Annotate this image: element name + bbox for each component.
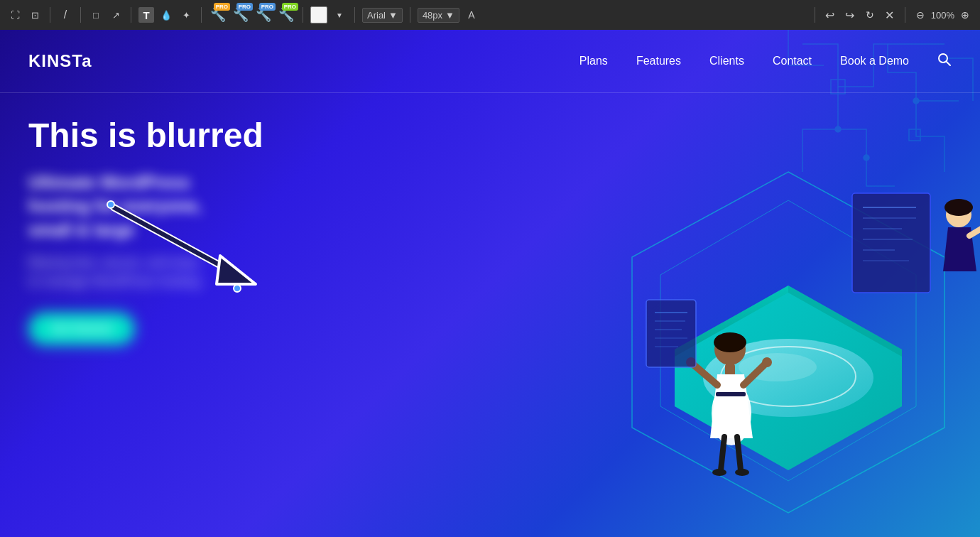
badge-tool-4[interactable]: 🔧 PRO bbox=[277, 6, 295, 24]
zoom-in-icon[interactable]: ⊕ bbox=[957, 7, 973, 23]
font-section: Arial ▼ 48px ▼ A bbox=[362, 7, 479, 23]
hero-cta-button[interactable]: Get Started bbox=[28, 313, 135, 345]
hero-illustration-svg bbox=[575, 87, 980, 527]
svg-point-5 bbox=[939, 54, 947, 63]
refresh-icon[interactable]: ↻ bbox=[862, 7, 878, 23]
website-area: KINSTa Plans Features Clients Contact Bo… bbox=[0, 30, 980, 537]
redo-button[interactable]: ↪ bbox=[842, 7, 858, 23]
pen-icon[interactable]: / bbox=[58, 7, 73, 23]
toolbar-divider-5 bbox=[303, 7, 303, 23]
font-size-arrow: ▼ bbox=[445, 10, 454, 21]
toolbar-divider-7 bbox=[410, 7, 410, 23]
svg-line-34 bbox=[721, 437, 724, 470]
swatch-arrow-icon[interactable]: ▼ bbox=[332, 7, 347, 23]
rectangle-icon[interactable]: □ bbox=[88, 7, 104, 23]
svg-point-33 bbox=[762, 357, 772, 367]
nav-contact[interactable]: Contact bbox=[773, 55, 812, 67]
crop-icon[interactable]: ⊡ bbox=[27, 7, 43, 23]
svg-rect-43 bbox=[646, 300, 696, 367]
hero-illustration bbox=[575, 87, 980, 527]
font-resize-icon[interactable]: A bbox=[464, 7, 479, 23]
expand-icon[interactable]: ⛶ bbox=[7, 7, 23, 23]
svg-point-27 bbox=[714, 332, 746, 352]
toolbar-divider-2 bbox=[80, 7, 81, 23]
arrow-svg bbox=[107, 200, 263, 293]
navigation: KINSTa Plans Features Clients Contact Bo… bbox=[0, 30, 980, 92]
svg-point-40 bbox=[944, 199, 973, 216]
toolbar-divider-1 bbox=[50, 7, 50, 23]
badge-label-2: PRO bbox=[236, 3, 253, 11]
toolbar: ⛶ ⊡ / □ ↗ T 💧 ✦ 🔧 PRO 🔧 PRO 🔧 PRO 🔧 PRO … bbox=[0, 0, 980, 30]
zoom-section: ⊖ 100% ⊕ bbox=[913, 7, 973, 23]
badge-tool-1[interactable]: 🔧 PRO bbox=[209, 6, 227, 24]
font-size-select[interactable]: 48px ▼ bbox=[418, 8, 459, 23]
clear-icon[interactable]: ✕ bbox=[882, 7, 898, 23]
search-icon[interactable] bbox=[937, 53, 952, 70]
badge-label-1: PRO bbox=[214, 3, 230, 11]
arrow-tool-icon[interactable]: ↗ bbox=[108, 7, 124, 23]
toolbar-right: ↩ ↪ ↻ ✕ ⊖ 100% ⊕ bbox=[812, 7, 973, 23]
color-swatch[interactable] bbox=[310, 6, 327, 23]
nav-links: Plans Features Clients Contact Book a De… bbox=[579, 55, 909, 67]
svg-line-35 bbox=[737, 437, 741, 470]
nav-plans[interactable]: Plans bbox=[579, 55, 608, 67]
toolbar-divider-3 bbox=[131, 7, 131, 23]
handle-dot-start[interactable] bbox=[107, 200, 115, 209]
toolbar-divider-9 bbox=[905, 7, 905, 23]
svg-point-36 bbox=[712, 469, 726, 476]
font-family-label: Arial bbox=[367, 10, 386, 21]
hero-title: This is blurred bbox=[28, 115, 263, 156]
font-size-label: 48px bbox=[423, 10, 442, 21]
svg-point-37 bbox=[735, 469, 749, 476]
font-family-select[interactable]: Arial ▼ bbox=[362, 8, 403, 23]
badge-tool-2[interactable]: 🔧 PRO bbox=[232, 6, 250, 24]
toolbar-divider-6 bbox=[354, 7, 355, 23]
nav-features[interactable]: Features bbox=[636, 55, 681, 67]
nav-book-demo[interactable]: Book a Demo bbox=[840, 55, 909, 67]
badge-label-3: PRO bbox=[259, 3, 276, 11]
badge-label-4: PRO bbox=[282, 3, 298, 11]
zoom-out-icon[interactable]: ⊖ bbox=[913, 7, 928, 23]
effects-icon[interactable]: ✦ bbox=[178, 7, 194, 23]
svg-marker-9 bbox=[217, 256, 256, 284]
handle-dot-end[interactable] bbox=[233, 284, 241, 293]
text-tool-icon[interactable]: T bbox=[138, 7, 154, 23]
nav-clients[interactable]: Clients bbox=[709, 55, 744, 67]
site-logo[interactable]: KINSTa bbox=[28, 51, 92, 71]
nav-separator bbox=[0, 92, 980, 93]
zoom-level: 100% bbox=[931, 10, 954, 21]
droplet-icon[interactable]: 💧 bbox=[158, 7, 174, 23]
svg-rect-38 bbox=[716, 392, 746, 396]
badge-tool-3[interactable]: 🔧 PRO bbox=[254, 6, 273, 24]
font-family-arrow: ▼ bbox=[388, 10, 398, 21]
arrow-annotation bbox=[107, 200, 263, 295]
svg-rect-18 bbox=[852, 193, 930, 293]
toolbar-divider-8 bbox=[815, 7, 815, 23]
toolbar-divider-4 bbox=[201, 7, 202, 23]
undo-button[interactable]: ↩ bbox=[822, 7, 838, 23]
